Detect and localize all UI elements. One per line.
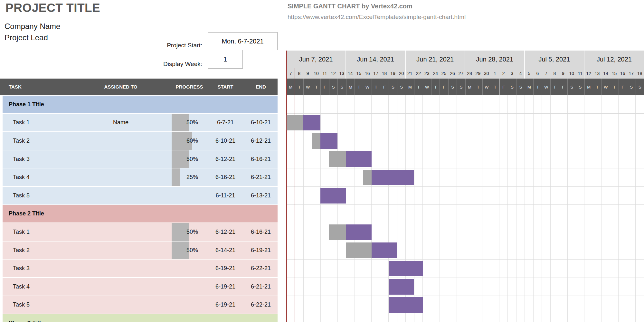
- progress-cell[interactable]: 60%: [172, 132, 198, 150]
- task-name-cell[interactable]: Task 5: [13, 296, 30, 314]
- start-date-cell[interactable]: 6-12-21: [209, 223, 242, 241]
- day-number-cell: 16: [363, 68, 371, 79]
- day-number-cell: 30: [482, 68, 491, 79]
- gantt-gridline-vertical: [371, 95, 372, 322]
- day-letter-cell: S: [397, 79, 405, 95]
- start-date-cell[interactable]: 6-14-21: [209, 242, 242, 259]
- project-lead-cell[interactable]: Project Lead: [5, 33, 48, 42]
- gantt-bar-remaining: [372, 242, 397, 258]
- task-name-cell[interactable]: Task 4: [13, 278, 30, 296]
- company-name-cell[interactable]: Company Name: [5, 22, 60, 31]
- end-date-cell[interactable]: 6-16-21: [245, 223, 277, 241]
- assigned-to-cell[interactable]: Name: [101, 114, 140, 132]
- phase-row: Phase 2 Title: [3, 205, 278, 223]
- task-row: Task 350%6-12-216-16-21: [3, 150, 278, 168]
- gantt-gridline-horizontal: [287, 150, 644, 150]
- day-letter-cell: M: [584, 79, 593, 95]
- start-date-cell[interactable]: 6-19-21: [209, 296, 242, 314]
- day-letter-cell: F: [440, 79, 448, 95]
- task-name-cell[interactable]: Task 3: [13, 150, 30, 168]
- gantt-gridline-vertical: [491, 95, 491, 322]
- start-date-cell[interactable]: 6-12-21: [209, 150, 242, 168]
- phase-row: Phase 1 Title: [3, 96, 278, 113]
- week-label: Jun 28, 2021: [465, 51, 524, 68]
- task-name-cell[interactable]: Task 2: [13, 132, 30, 150]
- day-letter-cell: T: [533, 79, 542, 95]
- day-letter-cell: M: [525, 79, 533, 95]
- gantt-gridline-vertical: [474, 95, 474, 322]
- task-name-cell[interactable]: Task 5: [13, 187, 30, 204]
- display-week-input[interactable]: 1: [208, 50, 243, 69]
- gantt-gridline-vertical: [559, 95, 559, 322]
- progress-cell[interactable]: 50%: [172, 150, 198, 168]
- gantt-bar-remaining: [346, 224, 372, 240]
- end-date-cell[interactable]: 6-12-21: [245, 132, 277, 150]
- task-name-cell[interactable]: Task 2: [13, 242, 30, 259]
- day-number-cell: 27: [457, 68, 465, 79]
- task-name-cell[interactable]: Task 4: [13, 168, 30, 186]
- end-date-cell[interactable]: 6-19-21: [245, 242, 277, 259]
- phase-title[interactable]: Phase 3 Title: [9, 314, 44, 322]
- day-number-cell: 5: [525, 68, 533, 79]
- phase-title[interactable]: Phase 2 Title: [9, 205, 44, 223]
- day-number-cell: 25: [440, 68, 448, 79]
- start-date-cell[interactable]: 6-19-21: [209, 260, 242, 277]
- start-date-cell[interactable]: 6-11-21: [209, 187, 242, 204]
- gantt-gridline-horizontal: [287, 204, 644, 205]
- today-marker-line: [295, 68, 295, 322]
- day-number-cell: 8: [295, 68, 303, 79]
- gantt-gridline-vertical: [346, 95, 346, 322]
- start-date-cell[interactable]: 6-19-21: [209, 278, 242, 296]
- gantt-gridline-horizontal: [287, 296, 644, 296]
- day-letter-cell: T: [372, 79, 380, 95]
- brand-url-link[interactable]: https://www.vertex42.com/ExcelTemplates/…: [288, 14, 466, 21]
- day-number-cell: 6: [533, 68, 542, 79]
- day-number-cell: 10: [567, 68, 576, 79]
- day-letter-cell: F: [380, 79, 388, 95]
- end-date-cell[interactable]: 6-13-21: [245, 187, 277, 204]
- project-start-input[interactable]: Mon, 6-7-2021: [208, 32, 278, 50]
- day-letter-cell: W: [423, 79, 431, 95]
- start-date-cell[interactable]: 6-16-21: [209, 168, 242, 186]
- end-date-cell[interactable]: 6-10-21: [245, 114, 277, 132]
- day-letter-cell: T: [550, 79, 559, 95]
- day-letter-cell: F: [559, 79, 567, 95]
- day-letter-cell: S: [576, 79, 584, 95]
- phase-title[interactable]: Phase 1 Title: [9, 96, 44, 113]
- progress-cell[interactable]: 50%: [172, 114, 198, 132]
- end-date-cell[interactable]: 6-21-21: [245, 278, 277, 296]
- day-number-cell: 2: [499, 68, 508, 79]
- gantt-gridline-vertical: [440, 95, 440, 322]
- day-number-cell: 22: [414, 68, 422, 79]
- start-date-cell[interactable]: 6-10-21: [209, 132, 242, 150]
- progress-cell[interactable]: 50%: [172, 223, 198, 241]
- task-name-cell[interactable]: Task 1: [13, 223, 30, 241]
- end-date-cell[interactable]: 6-22-21: [245, 260, 277, 277]
- gantt-gridline-vertical: [576, 95, 576, 322]
- day-number-cell: 8: [550, 68, 559, 79]
- day-number-cell: 9: [303, 68, 312, 79]
- day-number-cell: 21: [406, 68, 414, 79]
- day-number-cell: 18: [380, 68, 388, 79]
- start-date-cell[interactable]: 6-7-21: [209, 114, 242, 132]
- gantt-gridline-horizontal: [287, 259, 644, 260]
- today-marker-line: [286, 51, 287, 322]
- end-date-cell[interactable]: 6-16-21: [245, 150, 277, 168]
- progress-cell[interactable]: 25%: [172, 168, 198, 186]
- task-name-cell[interactable]: Task 3: [13, 260, 30, 277]
- day-letter-cell: M: [287, 79, 295, 95]
- gantt-bar-remaining: [389, 261, 423, 276]
- gantt-gridline-horizontal: [287, 314, 644, 314]
- page-title: PROJECT TITLE: [5, 1, 100, 15]
- progress-cell[interactable]: 50%: [172, 242, 198, 259]
- day-letter-cell: F: [499, 79, 508, 95]
- column-header-assigned-to: ASSIGNED TO: [101, 79, 140, 95]
- day-letter-cell: S: [389, 79, 397, 95]
- end-date-cell[interactable]: 6-21-21: [245, 168, 277, 186]
- task-name-cell[interactable]: Task 1: [13, 114, 30, 132]
- day-letter-cell: M: [465, 79, 474, 95]
- day-number-cell: 14: [601, 68, 610, 79]
- task-row: Task 260%6-10-216-12-21: [3, 132, 278, 150]
- day-letter-cell: S: [567, 79, 576, 95]
- end-date-cell[interactable]: 6-22-21: [245, 296, 277, 314]
